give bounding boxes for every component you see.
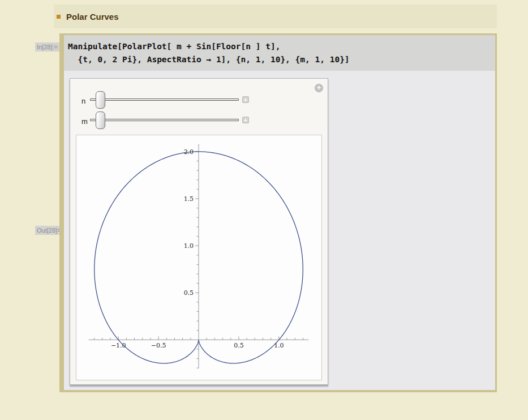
in-label: In[28]:= [35, 42, 59, 52]
x-tick-label: 0.5 [234, 342, 243, 349]
notebook-page: Polar Curves In[28]:= Out[28]= Manipulat… [0, 0, 528, 420]
y-tick-label: 1.0 [184, 242, 194, 250]
slider-m-track[interactable] [90, 119, 239, 121]
code-line-2: {t, 0, 2 Pi}, AspectRatio → 1], {n, 1, 1… [68, 53, 495, 66]
output-cell: + n + m + −1.0−0.50.51.00.51.01.52.0 [64, 71, 495, 390]
x-tick-label: −0.5 [151, 342, 166, 349]
slider-row-m: m + [70, 112, 257, 132]
manipulate-menu-plus-icon[interactable]: + [315, 84, 323, 92]
slider-row-n: n + [70, 91, 257, 112]
slider-n-expand-button[interactable]: + [242, 96, 249, 103]
section-header[interactable]: Polar Curves [54, 5, 497, 28]
out-label: Out[28]= [35, 226, 63, 235]
section-bullet-icon [57, 15, 61, 19]
plot-box: −1.0−0.50.51.00.51.01.52.0 [76, 135, 322, 380]
slider-n-label: n [81, 97, 85, 105]
slider-n-thumb[interactable] [96, 91, 105, 109]
slider-n-track[interactable] [90, 98, 239, 101]
polar-plot: −1.0−0.50.51.00.51.01.52.0 [76, 135, 321, 380]
slider-m-expand-button[interactable]: + [242, 117, 249, 123]
y-tick-label: 0.5 [184, 289, 194, 297]
slider-m-label: m [81, 117, 88, 126]
slider-m-thumb[interactable] [96, 112, 105, 129]
input-cell[interactable]: Manipulate[PolarPlot[ m + Sin[Floor[n ] … [64, 35, 495, 71]
code-line-1: Manipulate[PolarPlot[ m + Sin[Floor[n ] … [68, 40, 495, 53]
section-title: Polar Curves [66, 12, 119, 22]
manipulate-panel: + n + m + −1.0−0.50.51.00.51.01.52.0 [70, 78, 328, 385]
y-tick-label: 1.5 [184, 195, 194, 203]
cell-group: Manipulate[PolarPlot[ m + Sin[Floor[n ] … [59, 33, 497, 392]
